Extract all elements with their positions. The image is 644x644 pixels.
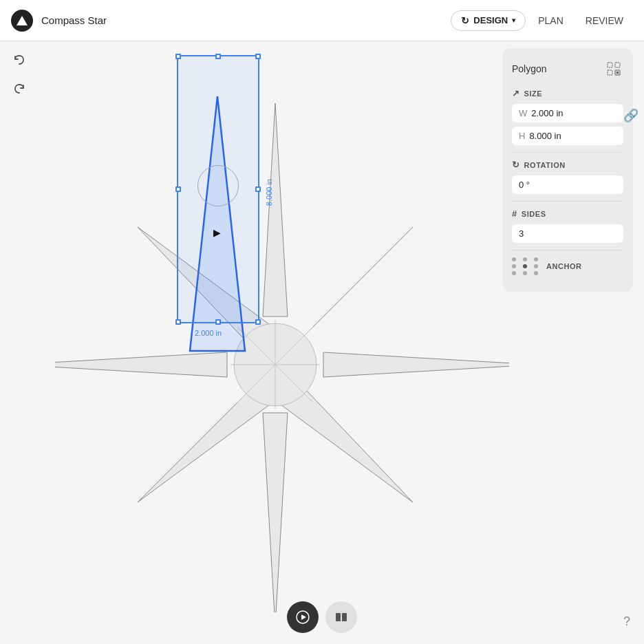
svg-rect-21 xyxy=(336,613,341,621)
resize-icon: ↗ xyxy=(512,88,520,98)
width-input-row[interactable]: W xyxy=(512,104,623,122)
design-label: DESIGN xyxy=(473,15,508,25)
hash-icon: # xyxy=(512,208,517,219)
rotation-section-label: ↻ ROTATION xyxy=(512,160,623,170)
lock-link-icon[interactable]: 🔗 xyxy=(623,109,638,122)
anchor-section-label: ANCHOR xyxy=(512,257,623,275)
panel-header: Polygon xyxy=(512,59,623,78)
svg-marker-5 xyxy=(263,413,288,612)
svg-marker-1 xyxy=(263,103,288,316)
sides-input-row[interactable] xyxy=(512,224,623,243)
rotation-input[interactable] xyxy=(519,180,634,190)
sides-section-label: # SIDES xyxy=(512,208,623,219)
rotation-icon: ↻ xyxy=(512,160,520,170)
width-prefix: W xyxy=(519,108,527,118)
height-input-row[interactable]: H xyxy=(512,127,623,145)
svg-rect-17 xyxy=(608,70,612,75)
design-button[interactable]: ↻ DESIGN ▾ xyxy=(451,10,526,31)
divider-1 xyxy=(512,152,623,153)
handle-top-right[interactable] xyxy=(255,54,261,59)
dimension-width-label: 2.000 in xyxy=(195,329,222,337)
help-button[interactable]: ? xyxy=(623,614,630,629)
app-title: Compass Star xyxy=(41,14,451,26)
anchor-icon xyxy=(512,257,542,275)
app-logo[interactable] xyxy=(11,10,33,32)
left-toolbar xyxy=(7,48,32,102)
svg-marker-3 xyxy=(323,352,509,377)
chevron-down-icon: ▾ xyxy=(512,17,515,24)
rotation-input-row[interactable] xyxy=(512,175,623,194)
divider-3 xyxy=(512,250,623,250)
svg-rect-22 xyxy=(342,613,347,621)
svg-rect-15 xyxy=(608,63,612,67)
size-section-label: ↗ SIZE xyxy=(512,88,623,98)
compass-star-svg xyxy=(55,76,509,612)
right-panel: Polygon ↗ SIZE W 🔗 H ↻ xyxy=(502,48,633,292)
dimension-height-label: 8.000 in xyxy=(265,179,273,206)
svg-marker-14 xyxy=(190,96,245,351)
undo-button[interactable] xyxy=(7,48,32,73)
divider-2 xyxy=(512,201,623,202)
refresh-icon: ↻ xyxy=(461,15,469,26)
play-button[interactable] xyxy=(287,601,319,633)
handle-top-center[interactable] xyxy=(215,54,221,59)
height-prefix: H xyxy=(519,131,525,141)
svg-marker-20 xyxy=(301,614,306,620)
height-input[interactable] xyxy=(529,131,644,141)
bottom-toolbar xyxy=(287,601,357,633)
size-inputs: W 🔗 H xyxy=(512,104,623,145)
compass-star-container[interactable] xyxy=(55,76,509,612)
redo-button[interactable] xyxy=(7,77,32,102)
svg-marker-0 xyxy=(17,16,28,25)
handle-top-left[interactable] xyxy=(175,54,181,59)
rotation-handle[interactable] xyxy=(197,165,239,206)
panel-title: Polygon xyxy=(512,63,547,74)
panel-options-button[interactable] xyxy=(604,59,623,78)
review-button[interactable]: REVIEW xyxy=(576,10,633,32)
header-nav: ↻ DESIGN ▾ PLAN REVIEW xyxy=(451,10,633,32)
header: Compass Star ↻ DESIGN ▾ PLAN REVIEW xyxy=(0,0,644,41)
sides-input[interactable] xyxy=(519,228,634,239)
svg-rect-16 xyxy=(615,63,620,67)
cursor-icon: ▶ xyxy=(213,227,221,238)
split-button[interactable] xyxy=(325,601,357,633)
plan-button[interactable]: PLAN xyxy=(528,10,573,32)
